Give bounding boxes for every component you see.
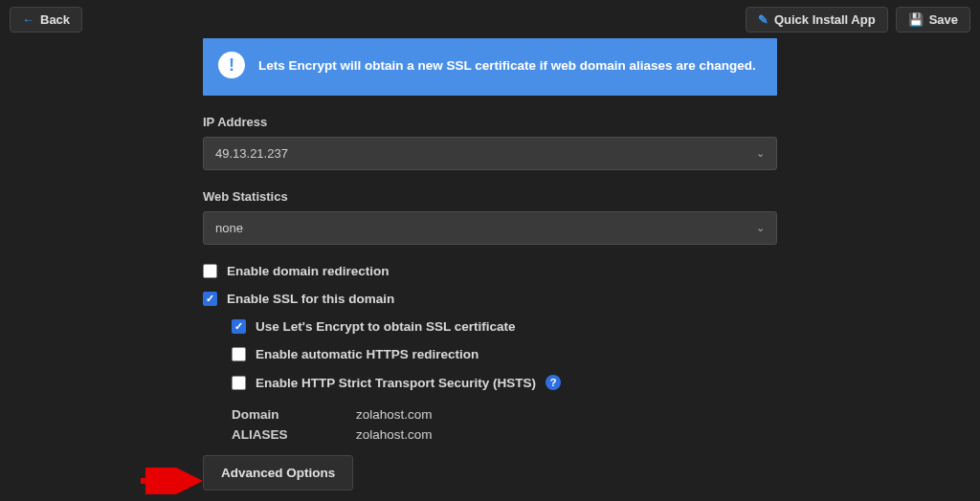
enable-redirect-row[interactable]: Enable domain redirection — [203, 264, 777, 278]
ip-address-label: IP Address — [203, 115, 777, 129]
back-button[interactable]: ← Back — [10, 7, 82, 33]
advanced-options-label: Advanced Options — [221, 466, 335, 480]
quick-install-button[interactable]: ✎ Quick Install App — [746, 7, 888, 33]
https-redirect-row[interactable]: Enable automatic HTTPS redirection — [232, 347, 777, 361]
ip-address-select[interactable]: 49.13.21.237 ⌄ — [203, 137, 777, 170]
use-letsencrypt-checkbox[interactable]: ✓ — [232, 319, 246, 334]
save-icon: 💾 — [908, 12, 924, 27]
web-statistics-select[interactable]: none ⌄ — [203, 211, 777, 245]
domain-info-block: Domain zolahost.com ALIASES zolahost.com — [232, 407, 777, 442]
aliases-key: ALIASES — [232, 427, 356, 442]
enable-ssl-checkbox[interactable]: ✓ — [203, 292, 217, 306]
enable-ssl-row[interactable]: ✓ Enable SSL for this domain — [203, 292, 777, 306]
back-label: Back — [40, 12, 70, 27]
domain-value: zolahost.com — [356, 407, 433, 422]
web-statistics-label: Web Statistics — [203, 189, 777, 204]
save-label: Save — [929, 12, 958, 27]
chevron-down-icon: ⌄ — [756, 147, 765, 160]
save-button[interactable]: 💾 Save — [896, 7, 970, 33]
enable-redirect-label: Enable domain redirection — [227, 264, 390, 278]
hsts-checkbox[interactable] — [232, 376, 246, 390]
use-letsencrypt-row[interactable]: ✓ Use Let's Encrypt to obtain SSL certif… — [232, 319, 777, 334]
advanced-options-button[interactable]: Advanced Options — [203, 455, 353, 490]
quick-install-label: Quick Install App — [774, 12, 876, 27]
arrow-left-icon: ← — [22, 12, 34, 27]
red-arrow-annotation — [139, 468, 206, 494]
enable-redirect-checkbox[interactable] — [203, 264, 217, 278]
info-banner-text: Lets Encrypt will obtain a new SSL certi… — [258, 58, 756, 73]
hsts-row[interactable]: Enable HTTP Strict Transport Security (H… — [232, 375, 777, 390]
aliases-value: zolahost.com — [356, 427, 433, 442]
hsts-label: Enable HTTP Strict Transport Security (H… — [256, 376, 536, 390]
chevron-down-icon: ⌄ — [756, 222, 765, 234]
info-icon: ! — [218, 52, 245, 78]
magic-wand-icon: ✎ — [758, 12, 768, 27]
info-banner: ! Lets Encrypt will obtain a new SSL cer… — [203, 38, 777, 96]
help-icon[interactable]: ? — [546, 375, 561, 390]
https-redirect-label: Enable automatic HTTPS redirection — [256, 347, 479, 361]
https-redirect-checkbox[interactable] — [232, 347, 246, 361]
enable-ssl-label: Enable SSL for this domain — [227, 292, 394, 306]
ip-address-value: 49.13.21.237 — [215, 146, 288, 161]
use-letsencrypt-label: Use Let's Encrypt to obtain SSL certific… — [256, 319, 516, 334]
web-statistics-value: none — [215, 221, 243, 235]
domain-key: Domain — [232, 407, 356, 422]
